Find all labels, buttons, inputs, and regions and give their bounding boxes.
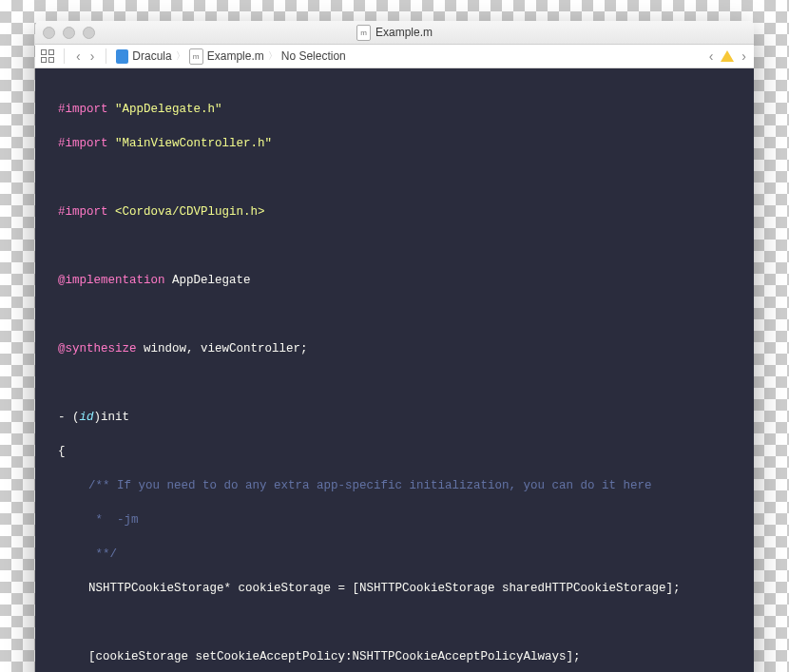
file-icon: m [356,25,371,41]
separator [106,48,106,64]
zoom-button[interactable] [83,27,95,39]
titlebar: m Example.m [35,21,754,45]
related-items-icon[interactable] [41,49,54,63]
nav-prev-issue-button[interactable]: ‹ [707,48,716,64]
window-title: m Example.m [35,25,754,41]
code-editor[interactable]: #import "AppDelegate.h" #import "MainVie… [35,68,754,672]
app-window: m Example.m ‹ › Dracula 〉 m Example.m 〉 … [35,21,754,672]
close-button[interactable] [43,27,55,39]
nav-forward-button[interactable]: › [88,48,97,64]
separator [64,48,65,64]
jump-bar: ‹ › Dracula 〉 m Example.m 〉 No Selection… [35,45,754,68]
warning-icon[interactable] [721,50,734,62]
file-icon: m [189,48,203,65]
breadcrumb-selection[interactable]: No Selection [281,49,346,63]
window-title-text: Example.m [375,26,433,39]
nav-back-button[interactable]: ‹ [74,48,83,64]
nav-next-issue-button[interactable]: › [740,48,748,64]
chevron-right-icon: 〉 [176,49,185,63]
breadcrumb-project[interactable]: Dracula [132,49,171,63]
breadcrumb[interactable]: Dracula 〉 m Example.m 〉 No Selection [116,48,345,65]
project-icon [116,49,128,64]
minimize-button[interactable] [63,27,75,39]
chevron-right-icon: 〉 [268,49,278,63]
traffic-lights [43,27,95,39]
breadcrumb-file[interactable]: Example.m [207,49,264,63]
